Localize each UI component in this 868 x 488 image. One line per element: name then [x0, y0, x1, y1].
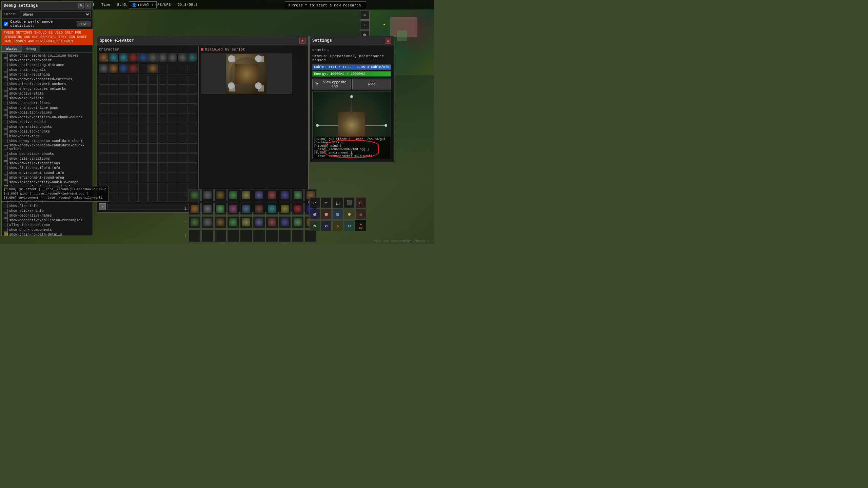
hotbar-slot-3b-7[interactable]	[266, 216, 278, 228]
inv-slot-1[interactable]: 2	[99, 53, 108, 62]
inv-slot-10[interactable]	[188, 53, 197, 62]
inv-slot[interactable]	[99, 163, 108, 172]
hotbar-slot-4-5[interactable]	[240, 230, 252, 242]
inv-slot[interactable]	[119, 84, 128, 94]
hotbar-slot-4-4[interactable]	[227, 230, 239, 242]
capture-checkbox[interactable]	[4, 22, 8, 26]
hotbar-slot-3b-9[interactable]	[292, 216, 304, 228]
debug-checkbox[interactable]	[4, 157, 8, 161]
action-13[interactable]: ⚠	[332, 220, 343, 231]
inv-slot[interactable]	[119, 124, 128, 133]
inv-slot[interactable]	[148, 134, 158, 143]
inv-slot[interactable]	[99, 104, 108, 114]
inv-slot[interactable]	[109, 163, 118, 172]
inv-slot[interactable]	[138, 75, 148, 84]
hotbar-slot-1-2[interactable]	[201, 203, 214, 215]
inv-slot[interactable]	[188, 143, 197, 153]
debug-checkbox[interactable]	[4, 145, 8, 149]
debug-item[interactable]: show-environment-sound-area	[2, 175, 93, 180]
hotbar-slot-4-3[interactable]	[214, 230, 226, 242]
inv-slot[interactable]	[109, 192, 118, 202]
inv-slot-15[interactable]	[138, 64, 148, 73]
inv-slot[interactable]	[168, 163, 177, 172]
inv-slot-18[interactable]	[168, 64, 177, 73]
tab-always[interactable]: always	[2, 45, 22, 52]
inv-slot[interactable]	[168, 75, 177, 84]
inv-slot[interactable]	[158, 104, 167, 114]
inv-slot[interactable]	[148, 84, 158, 94]
debug-item[interactable]: show-train-stop-point	[2, 58, 93, 63]
debug-item[interactable]: hide-chart-tags	[2, 134, 93, 139]
debug-item[interactable]: show-transport-lines	[2, 101, 93, 105]
debug-item[interactable]: show-wakeup-lists	[2, 96, 93, 101]
inv-slot[interactable]	[158, 124, 167, 133]
hotbar-slot-3-8[interactable]	[279, 189, 291, 201]
debug-checkbox[interactable]	[4, 204, 8, 208]
debug-item[interactable]: show-network-connected-entities	[2, 77, 93, 82]
hotbar-slot-3b-8[interactable]	[279, 216, 291, 228]
inv-slot[interactable]	[168, 114, 177, 123]
hotbar-slot-3b-6[interactable]	[253, 216, 265, 228]
debug-item[interactable]: show-train-signals	[2, 67, 93, 72]
inv-slot[interactable]	[119, 104, 128, 114]
inv-slot[interactable]	[119, 173, 128, 182]
inv-slot[interactable]	[129, 114, 138, 123]
debug-item[interactable]: show-bad-attack-chunks	[2, 151, 93, 156]
inv-slot[interactable]	[158, 114, 167, 123]
debug-checkbox[interactable]	[4, 110, 8, 115]
inv-slot[interactable]	[148, 114, 158, 123]
inv-slot[interactable]	[148, 75, 158, 84]
debug-item[interactable]: show-polluted-chunks	[2, 129, 93, 134]
debug-item[interactable]: show-train-segment-collision-boxes	[2, 53, 93, 58]
inv-slot[interactable]	[178, 75, 187, 84]
inv-slot[interactable]	[129, 173, 138, 182]
inv-slot[interactable]	[148, 173, 158, 182]
debug-item[interactable]: show-enemy-expansion-candidate-chunk-val…	[2, 143, 93, 151]
inv-slot[interactable]	[129, 163, 138, 172]
inv-slot[interactable]	[178, 163, 187, 172]
inv-slot[interactable]	[168, 183, 177, 192]
inv-slot[interactable]	[109, 134, 118, 143]
hotbar-slot-1-6[interactable]	[253, 203, 265, 215]
debug-checkbox[interactable]	[4, 63, 8, 67]
inv-slot[interactable]	[129, 153, 138, 163]
debug-checkbox[interactable]	[4, 180, 8, 184]
inv-slot[interactable]	[119, 163, 128, 172]
action-paste[interactable]: ⬛	[344, 197, 355, 208]
inv-slot[interactable]	[168, 84, 177, 94]
inv-slot[interactable]	[168, 143, 177, 153]
debug-checkbox[interactable]	[4, 54, 8, 58]
debug-item[interactable]: show-enemy-expansion-candidate-chunks	[2, 139, 93, 143]
inv-slot[interactable]	[109, 114, 118, 123]
inv-slot[interactable]	[178, 94, 187, 104]
inv-slot[interactable]	[138, 143, 148, 153]
debug-checkbox[interactable]	[4, 129, 8, 134]
close-debug-btn[interactable]: ✕	[85, 3, 91, 8]
debug-checkbox[interactable]	[4, 82, 8, 86]
action-8[interactable]: ⊟	[332, 209, 343, 220]
inv-slot-2[interactable]: 2	[109, 53, 118, 62]
inv-slot[interactable]	[129, 104, 138, 114]
inv-slot[interactable]	[188, 94, 197, 104]
debug-item[interactable]: show-active-entities-on-chunk-counts	[2, 115, 93, 120]
inv-slot[interactable]	[129, 75, 138, 84]
debug-item[interactable]: show-sticker-info	[2, 208, 93, 213]
debug-checkbox[interactable]	[4, 77, 8, 81]
inv-slot[interactable]	[158, 94, 167, 104]
inv-slot-17[interactable]	[158, 64, 167, 73]
inv-slot[interactable]	[158, 134, 167, 143]
action-copy[interactable]: ⬚	[332, 197, 343, 208]
inv-slot[interactable]	[188, 104, 197, 114]
inv-slot-20[interactable]	[188, 64, 197, 73]
hotbar-slot-1-5[interactable]	[240, 203, 252, 215]
inv-slot[interactable]	[148, 124, 158, 133]
hotbar-slot-3b-4[interactable]	[227, 216, 239, 228]
close-elevator-btn[interactable]: ✕	[299, 38, 305, 44]
debug-checkbox[interactable]	[4, 68, 8, 72]
inv-slot[interactable]	[178, 114, 187, 123]
debug-item[interactable]: show-active-state	[2, 91, 93, 96]
inv-slot[interactable]	[188, 75, 197, 84]
debug-item[interactable]: show-generated-chunks	[2, 124, 93, 129]
debug-item[interactable]: show-decorative-names	[2, 213, 93, 218]
action-9[interactable]: ⊕	[344, 209, 355, 220]
